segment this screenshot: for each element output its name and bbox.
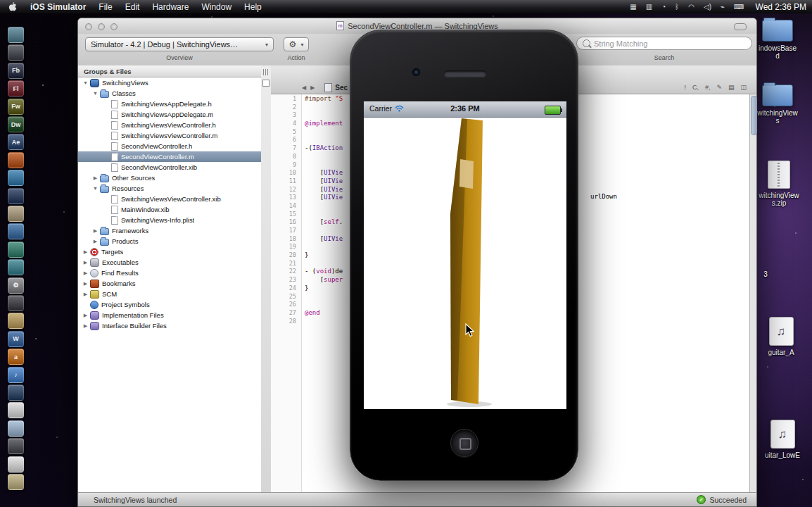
gear-app[interactable]: ⚙ [8, 277, 24, 294]
flash-app[interactable]: Fl [8, 80, 24, 96]
tan-app[interactable] [8, 313, 24, 329]
zip-switchingviews[interactable]: witchingView s.zip [752, 161, 806, 207]
torch-app[interactable] [8, 152, 24, 168]
disclosure-closed-icon[interactable]: ▶ [82, 260, 89, 265]
menu-hardware[interactable]: Hardware [152, 2, 189, 12]
tree-item-scm[interactable]: ▶SCM [78, 289, 261, 299]
tree-item-resources[interactable]: ▼Resources [78, 183, 261, 194]
flash-builder-app[interactable]: Fb [8, 63, 24, 79]
tan-folder-app[interactable] [8, 474, 24, 490]
menu-clock[interactable]: Wed 2:36 PM [756, 2, 806, 12]
disclosure-closed-icon[interactable]: ▶ [91, 239, 99, 244]
disclosure-closed-icon[interactable]: ▶ [82, 292, 89, 297]
globe-app[interactable] [8, 223, 24, 239]
dark-app-1[interactable] [8, 44, 24, 61]
pencil-app[interactable] [8, 206, 24, 222]
edit-icon[interactable]: ✎ [716, 84, 722, 91]
tree-item-mainwindow-xib[interactable]: MainWindow.xib [78, 204, 261, 215]
bookmarks-icon[interactable]: ▤ [728, 84, 735, 91]
split-editor-icon[interactable]: ◫ [740, 84, 747, 91]
menu-window[interactable]: Window [201, 2, 231, 12]
teal-pen-app[interactable] [8, 27, 24, 43]
audio-guitar-lowe[interactable]: ♫uitar_LowE [756, 420, 809, 459]
iphone-simulator[interactable]: Carrier 2:36 PM [350, 30, 578, 481]
disclosure-open-icon[interactable]: ▼ [82, 80, 89, 85]
search-input[interactable]: String Matching [576, 37, 752, 50]
home-button[interactable] [450, 429, 478, 457]
disclosure-open-icon[interactable]: ▼ [91, 186, 99, 191]
disclosure-closed-icon[interactable]: ▶ [82, 323, 89, 329]
overview-dropdown[interactable]: Simulator - 4.2 | Debug | SwitchingViews… [85, 37, 274, 51]
navy-app[interactable] [8, 384, 24, 401]
dreamweaver-app[interactable]: Dw [8, 116, 24, 132]
tree-item-implementation-files[interactable]: ▶Implementation Files [78, 310, 261, 320]
text-lines-app[interactable] [8, 402, 24, 418]
splitter-grip-icon[interactable] [263, 69, 269, 75]
breakpoints-icon[interactable]: ! [684, 84, 686, 91]
disclosure-closed-icon[interactable]: ▶ [82, 270, 89, 276]
tree-item-bookmarks[interactable]: ▶Bookmarks [78, 278, 261, 289]
keyboard-input-icon[interactable]: ⌨ [734, 3, 744, 11]
share-app[interactable] [8, 170, 24, 186]
earth-app[interactable] [8, 242, 24, 258]
bluetooth-icon[interactable]: ᛒ [675, 3, 679, 11]
forward-arrow-icon[interactable]: ▶ [310, 84, 315, 91]
acrobat-app[interactable]: a [8, 349, 24, 365]
breadcrumb[interactable]: Sec [335, 84, 348, 92]
word-app[interactable]: W [8, 331, 24, 347]
volume-icon[interactable]: ◁) [704, 3, 711, 11]
displays-icon[interactable]: ▥ [646, 3, 652, 11]
tree-item-secondviewcontroller-m[interactable]: SecondViewController.m [78, 151, 261, 162]
folder-windowsbased[interactable]: indowsBase d [751, 20, 804, 60]
wifi-icon[interactable]: ◠ [688, 3, 694, 11]
tree-item-switchingviewsviewcontroller-xib[interactable]: SwitchingViewsViewController.xib [78, 194, 261, 204]
folder-switchingviews[interactable]: witchingView s [751, 84, 804, 125]
tree-item-frameworks[interactable]: ▶Frameworks [78, 225, 261, 236]
tree-item-executables[interactable]: ▶Executables [78, 257, 261, 268]
menu-help[interactable]: Help [244, 2, 262, 12]
tree-item-classes[interactable]: ▼Classes [78, 88, 261, 99]
tree-item-switchingviews-info-plist[interactable]: SwitchingViews-Info.plist [78, 215, 261, 225]
tree-item-find-results[interactable]: ▶Find Results [78, 268, 261, 278]
included-files-icon[interactable]: #, [705, 84, 711, 91]
time-machine-icon[interactable]: ◔ [661, 3, 666, 11]
disclosure-closed-icon[interactable]: ▶ [91, 228, 99, 234]
tree-item-interface-builder-files[interactable]: ▶Interface Builder Files [78, 320, 261, 331]
disclosure-closed-icon[interactable]: ▶ [82, 249, 89, 255]
white-app[interactable] [8, 456, 24, 472]
tree-item-secondviewcontroller-xib[interactable]: SecondViewController.xib [78, 162, 261, 173]
menu-ios-simulator[interactable]: iOS Simulator [30, 2, 86, 12]
label-3[interactable]: 3 [739, 270, 792, 278]
toolbar-toggle-button[interactable] [734, 23, 747, 30]
marble-app[interactable] [8, 259, 24, 275]
tree-item-project-symbols[interactable]: Project Symbols [78, 299, 261, 310]
sidebar-splitter[interactable] [261, 65, 272, 493]
tree-item-switchingviewsviewcontroller-h[interactable]: SwitchingViewsViewController.h [78, 120, 261, 130]
counterpart-icon[interactable]: C, [692, 84, 699, 91]
tree-item-secondviewcontroller-h[interactable]: SecondViewController.h [78, 141, 261, 151]
tree-item-switchingviewsappdelegate-m[interactable]: SwitchingViewsAppDelegate.m [78, 109, 261, 120]
action-button[interactable]: ⚙ ▾ [284, 37, 309, 51]
disclosure-open-icon[interactable]: ▼ [91, 91, 99, 96]
audio-guitar-a[interactable]: ♫guitar_A [754, 317, 808, 356]
itunes-app[interactable]: ♪ [8, 367, 24, 383]
tree-item-other-sources[interactable]: ▶Other Sources [78, 173, 261, 183]
after-effects-app[interactable]: Ae [8, 134, 24, 150]
deep-blue-app[interactable] [8, 188, 24, 204]
menu-edit[interactable]: Edit [125, 2, 140, 12]
spaces-icon[interactable]: ▦ [630, 3, 636, 11]
scrollbar-thumb[interactable] [751, 96, 757, 135]
disclosure-closed-icon[interactable]: ▶ [82, 313, 89, 318]
fireworks-app[interactable]: Fw [8, 99, 24, 115]
light-folder-app[interactable] [8, 420, 24, 437]
menu-file[interactable]: File [99, 2, 112, 12]
apple-menu-icon[interactable] [8, 2, 17, 12]
simulator-screen[interactable]: Carrier 2:36 PM [364, 101, 566, 409]
tree-item-products[interactable]: ▶Products [78, 236, 261, 246]
tree-item-switchingviews[interactable]: ▼SwitchingViews [78, 77, 261, 88]
dark-app-2[interactable] [8, 438, 24, 454]
detail-view-toggle-icon[interactable] [262, 80, 269, 87]
back-arrow-icon[interactable]: ◀ [302, 84, 306, 91]
disclosure-closed-icon[interactable]: ▶ [82, 281, 89, 287]
disclosure-closed-icon[interactable]: ▶ [91, 175, 99, 181]
